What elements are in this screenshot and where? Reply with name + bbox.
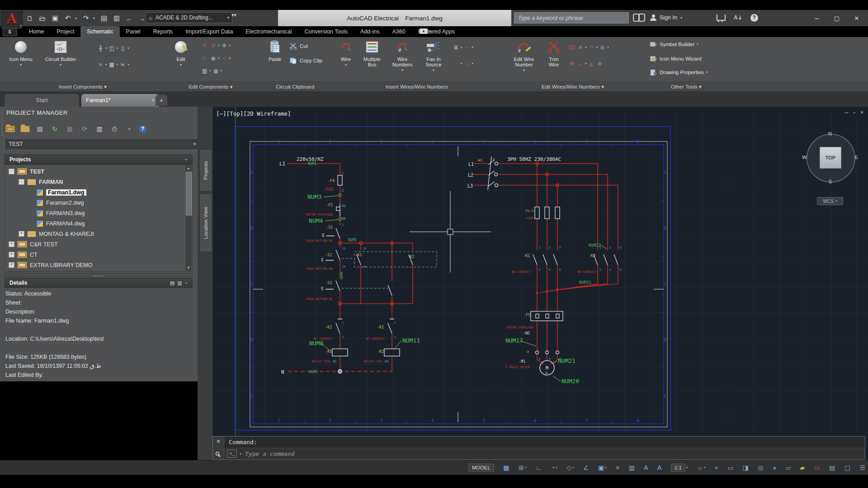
panel-label-circuit-clipboard[interactable]: Circuit Clipboard [259,82,331,92]
selection-cycling-icon[interactable]: ▥ [629,464,635,471]
panel-label-insert-wires-wire-numbers[interactable]: Insert Wires/Wire Numbers [332,82,502,92]
ribbon-tab-a360[interactable]: A360 [386,26,411,37]
insert-wires-small-icons-row1[interactable]: ≣▾⌁▾ [452,43,473,51]
collapse-icon[interactable]: − [185,280,188,286]
reports-icon[interactable]: ▥ [94,124,105,134]
edit-components-small-icons-row1[interactable]: ✕✣▾❉▾ [201,42,231,49]
wcs-selector[interactable]: WCS▾ [817,197,843,205]
tree-item-c-r-test[interactable]: +C&R TEST [9,239,58,249]
search-expand-icon[interactable]: ▸ [506,14,509,20]
icon-menu-wizard-button[interactable]: Icon Menu Wizard [649,55,702,62]
side-tab-location-view[interactable]: Location View [199,193,212,252]
ribbon-tab-home[interactable]: Home [23,26,50,37]
trusted-dwg-icon[interactable]: ▰ [800,464,805,471]
tree-item-ct[interactable]: +CT [9,249,38,260]
redo-icon[interactable]: ↷ [80,13,91,23]
ribbon-minimize-button[interactable]: ▲▾ [420,27,435,35]
clean-screen-icon[interactable]: ▢ [844,464,850,471]
plot-status-icon[interactable]: ▤ [829,464,835,471]
new-file-icon[interactable]: 🗋 [24,13,35,23]
tree-item-montag-khareji[interactable]: +MONTAG & KHAREJI [19,229,94,239]
expand-icon[interactable]: + [9,252,14,258]
collapse-icon[interactable]: − [184,156,188,163]
vp-minimize-button[interactable]: ─ [844,109,849,116]
tree-item-extra-library-demo[interactable]: +EXTRA LIBRARY DEMO [9,260,92,270]
side-tab-projects[interactable]: Projects [199,149,212,192]
insert-component-small-icons-row1[interactable]: ╫▾◫▾▯▾ [97,44,129,52]
isolate-objects-icon[interactable]: ◎ [758,464,764,471]
wire-numbers-button[interactable]: # Wire Numbers▼ [388,39,417,73]
new-project-icon[interactable]: + [19,124,30,134]
qat-customize-button[interactable]: ▾▾ [231,12,236,18]
command-icon[interactable]: >_ [227,450,237,458]
scroll-up-icon[interactable]: ▲ [185,165,192,171]
snap-icon[interactable]: ⊞▾ [519,464,526,471]
ribbon-tab-reports[interactable]: Reports [147,26,179,37]
viewcube[interactable]: N W E S TOP [806,133,855,183]
panel-label-other-tools[interactable]: Other Tools ▾ [644,82,729,92]
viewcube-north[interactable]: N [828,131,832,136]
viewcube-east[interactable]: E [855,155,858,160]
viewcube-top-face[interactable]: TOP [820,147,841,169]
scroll-down-icon[interactable]: ▼ [185,265,192,271]
tree-item-farman4-dwg[interactable]: FARMAN4.dwg [28,218,85,229]
copy-clip-button[interactable]: Copy Clip [289,57,322,64]
quick-properties-icon[interactable]: ◨ [743,464,749,471]
scrollbar-thumb[interactable] [186,172,192,216]
tree-scrollbar[interactable]: ▲ ▼ [185,165,192,271]
sheet-set-icon[interactable]: ▥ [111,13,122,23]
workspace-switch-icon[interactable]: ☼▾ [697,464,705,471]
expand-icon[interactable]: + [9,262,14,268]
command-line[interactable]: ✕ Command: >_ ▾ [212,436,865,460]
icon-menu-button[interactable]: Icon Menu▼ [6,39,35,68]
grid-icon[interactable]: ▦ [503,464,509,471]
osnap-tracking-icon[interactable]: ∠ [583,464,589,471]
insert-wires-small-icons-row2[interactable]: ⁘▾⊥▾ [452,60,473,67]
help-search-box[interactable] [514,12,629,23]
customize-wrench-icon[interactable] [215,451,222,458]
ribbon-tab-add-ins[interactable]: Add-ins [354,26,386,37]
tab-farman1[interactable]: Farman1* × [81,94,159,107]
project-combo-box[interactable]: TEST ▼ [5,138,201,150]
paste-button[interactable]: Paste [263,39,287,62]
circuit-builder-button[interactable]: Circuit Builder▼ [43,39,78,68]
workspace-selector[interactable]: ☼ ACADE & 2D Drafting... ▼ [146,12,232,23]
expand-icon[interactable]: + [19,231,24,237]
palette-splitter[interactable]: ▪▪▪▪▪ [5,273,193,277]
isodraft-icon[interactable]: ◇▾ [566,464,574,471]
close-button[interactable]: ✕ [847,11,866,25]
projects-section-header[interactable]: Projects − [5,155,193,164]
tree-item-farman1-dwg[interactable]: Farman1.dwg [28,187,86,197]
plot-publish-icon[interactable]: ⎙ [109,124,120,134]
ribbon-tab-project[interactable]: Project [50,26,80,37]
details-section-header[interactable]: Details ▤ ▥ − [5,278,193,288]
collapse-icon[interactable]: - [9,169,14,174]
undo-icon[interactable]: ↶ [62,13,73,23]
preview-view-icon[interactable]: ▥ [177,280,182,286]
update-retag-icon[interactable]: ⟳ [79,124,90,134]
ribbon-tab-schematic[interactable]: Schematic [80,26,119,37]
annotation-visibility-icon[interactable]: A [644,464,648,471]
project-task-icon[interactable]: ▦ [64,124,75,134]
tree-item-test[interactable]: -TEST [9,166,44,177]
polar-tracking-icon[interactable]: ◔▾ [551,464,557,471]
customization-icon[interactable]: ☰ [859,464,865,471]
units-icon[interactable]: ▭ [727,464,733,471]
annotation-monitor-icon[interactable]: + [715,464,718,471]
ribbon-tab-electromechanical[interactable]: Electromechanical [239,26,298,37]
model-button[interactable]: MODEL [468,464,494,472]
ribbon-tab-import-export-data[interactable]: Import/Export Data [179,26,239,37]
trim-wire-button[interactable]: Trim Wire [543,39,564,67]
ribbon-tab-panel[interactable]: Panel [120,26,147,37]
exchange-apps-icon[interactable]: A⇣ [734,14,742,21]
graphics-performance-icon[interactable]: ● [773,464,776,471]
minimize-button[interactable]: ─ [807,11,826,25]
edit-wires-small-icons-row1[interactable]: ⌫≡▾〜▾⊚▾ [568,43,609,51]
expand-icon[interactable]: + [9,241,14,247]
edit-button[interactable]: Edit▼ [168,39,193,68]
new-drawing-tab-button[interactable]: + [156,95,167,106]
refresh-icon[interactable]: ↻ [49,124,60,134]
ortho-icon[interactable]: ∟ [536,464,542,471]
toolbar-dropdown[interactable]: ▾ [124,124,135,134]
open-file-icon[interactable]: 🗁 [37,13,48,23]
